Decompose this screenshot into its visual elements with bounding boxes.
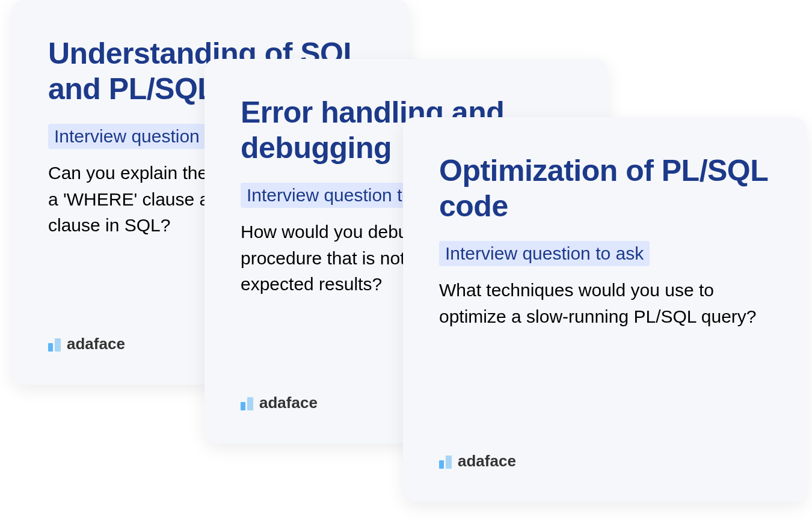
card-footer: adaface xyxy=(241,395,318,410)
card-badge: Interview question to ask xyxy=(439,241,650,266)
adaface-logo-text: adaface xyxy=(458,453,516,469)
adaface-logo-text: adaface xyxy=(67,336,125,352)
card-footer: adaface xyxy=(48,336,125,352)
adaface-logo-icon xyxy=(241,397,253,410)
adaface-logo-icon xyxy=(439,455,452,469)
card-question: What techniques would you use to optimiz… xyxy=(439,277,770,329)
card-footer: adaface xyxy=(439,453,516,469)
adaface-logo-icon xyxy=(48,338,61,352)
card-title: Optimization of PL/SQL code xyxy=(439,153,770,224)
adaface-logo-text: adaface xyxy=(259,395,318,410)
interview-card-3: Optimization of PL/SQL code Interview qu… xyxy=(403,117,806,502)
